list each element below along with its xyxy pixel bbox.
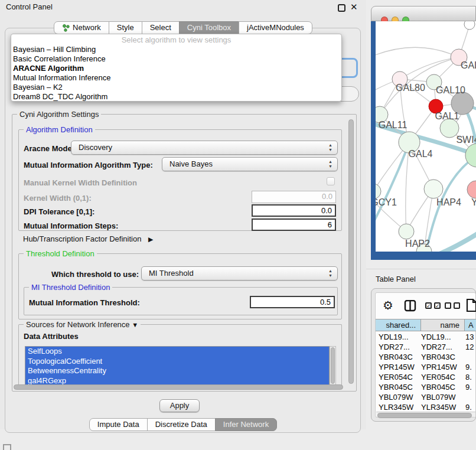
apply-button[interactable]: Apply bbox=[159, 399, 200, 412]
cell: 12 bbox=[465, 343, 474, 351]
float-window-icon[interactable] bbox=[338, 4, 345, 12]
tab-network[interactable]: Network bbox=[54, 21, 109, 34]
group-title: MI Threshold Definition bbox=[29, 283, 112, 292]
hub-definition-toggle[interactable]: Hub/Transcription Factor Definition ▶ bbox=[23, 234, 153, 243]
table-row[interactable]: YPR145W YPR145W 9. bbox=[376, 362, 476, 372]
node-label: Y bbox=[471, 197, 476, 207]
group-title: Threshold Definition bbox=[24, 249, 97, 258]
popup-item[interactable]: Dream8 DC_TDC Algorithm bbox=[11, 92, 341, 102]
attribute-item-selected[interactable]: gal4RGexp bbox=[25, 376, 329, 386]
combo-stepper-icon: ▲▼ bbox=[328, 143, 333, 152]
node-label: HAP4 bbox=[436, 197, 461, 207]
collapsed-arrow-icon: ▶ bbox=[148, 236, 153, 243]
control-panel-titlebar: Control Panel ✕ bbox=[0, 0, 366, 15]
tab-jactivemnodules[interactable]: jActiveMNodules bbox=[239, 21, 312, 34]
checked-columns-icon[interactable]: ✓ ✓ bbox=[425, 302, 441, 309]
popup-placeholder: Select algorithm to view settings bbox=[11, 35, 341, 45]
combo-stepper-icon: ▲▼ bbox=[328, 159, 333, 169]
attributes-scrollbar[interactable] bbox=[330, 346, 336, 385]
network-node-hap2[interactable] bbox=[399, 224, 414, 239]
expanded-arrow-icon: ▼ bbox=[132, 321, 138, 328]
network-node-hap4[interactable] bbox=[424, 180, 443, 198]
checked-box-icon: ✓ bbox=[425, 302, 432, 309]
network-edge[interactable] bbox=[376, 142, 409, 225]
table-row[interactable]: YDL19... YDL19... 13 bbox=[376, 332, 476, 342]
node-label: GAL10 bbox=[436, 85, 465, 95]
popup-item[interactable]: Mutual Information Inference bbox=[11, 73, 341, 83]
column-header-partial[interactable]: A bbox=[464, 319, 476, 331]
which-threshold-label: Which threshold to use: bbox=[51, 270, 139, 279]
tab-discretize-data[interactable]: Discretize Data bbox=[147, 418, 216, 431]
attribute-item-selected[interactable]: TopologicalCoefficient bbox=[25, 357, 329, 367]
dpi-tolerance-field[interactable]: 0.0 bbox=[252, 204, 336, 217]
network-edge[interactable] bbox=[376, 47, 459, 57]
manual-kernel-checkbox[interactable] bbox=[327, 177, 335, 185]
tab-label: Network bbox=[73, 22, 101, 34]
group-title: Cyni Algorithm Settings bbox=[17, 110, 101, 119]
popup-item[interactable]: Bayesian – K2 bbox=[11, 83, 341, 92]
table-row[interactable]: YDR27... YDR27... 12 bbox=[376, 342, 476, 352]
close-icon[interactable]: ✕ bbox=[350, 2, 358, 12]
table-row[interactable]: YER054C YER054C 8. bbox=[376, 372, 476, 382]
window-grip[interactable] bbox=[3, 444, 11, 450]
columns-icon[interactable] bbox=[404, 300, 417, 312]
popup-item[interactable]: Basic Correlation Inference bbox=[11, 54, 341, 64]
tab-select[interactable]: Select bbox=[142, 21, 180, 34]
attribute-item-selected[interactable]: SelfLoops bbox=[25, 347, 329, 357]
settings-horizontal-scrollbar[interactable] bbox=[14, 384, 343, 390]
tab-label: Style bbox=[117, 22, 134, 34]
table-panel-title: Table Panel bbox=[376, 275, 416, 283]
cyni-algorithm-settings-group: Cyni Algorithm Settings Algorithm Defini… bbox=[12, 114, 357, 392]
column-header-shared-name[interactable]: shared... bbox=[376, 319, 420, 331]
cell: YER054C bbox=[421, 373, 455, 381]
algorithm-definition-group: Algorithm Definition Aracne Mode: Discov… bbox=[18, 129, 342, 231]
cell: 9. bbox=[465, 383, 472, 392]
kernel-width-field[interactable]: 0.0 bbox=[252, 191, 336, 203]
top-tab-bar: Network Style Select Cyni Toolbox jActiv… bbox=[0, 21, 366, 34]
mi-threshold-field[interactable]: 0.5 bbox=[250, 296, 335, 308]
manual-kernel-label: Manual Kernel Width Definition bbox=[24, 178, 137, 187]
tab-label: Cyni Toolbox bbox=[187, 22, 231, 34]
column-header-name[interactable]: name bbox=[420, 319, 464, 331]
table-row[interactable]: YBR045C YBR045C 9. bbox=[376, 382, 476, 392]
tab-impute-data[interactable]: Impute Data bbox=[89, 418, 148, 431]
tab-cyni-toolbox[interactable]: Cyni Toolbox bbox=[179, 21, 239, 34]
tab-style[interactable]: Style bbox=[109, 21, 142, 34]
sources-title: Sources for Network Inference bbox=[26, 320, 130, 329]
tab-label: jActiveMNodules bbox=[247, 22, 304, 34]
node-label: GAL11 bbox=[379, 120, 407, 130]
gear-icon[interactable]: ⚙ bbox=[383, 299, 393, 312]
mi-steps-field[interactable]: 6 bbox=[252, 219, 336, 231]
mi-steps-label: Mutual Information Steps: bbox=[24, 221, 118, 230]
network-node[interactable] bbox=[464, 21, 475, 30]
tab-infer-network[interactable]: Infer Network bbox=[215, 418, 277, 431]
which-threshold-combo[interactable]: MI Threshold ▲▼ bbox=[141, 266, 338, 281]
aracne-mode-combo[interactable]: Discovery ▲▼ bbox=[71, 141, 338, 155]
cell: YDL19... bbox=[421, 332, 451, 341]
threshold-definition-group: Threshold Definition Which threshold to … bbox=[18, 253, 342, 319]
document-icon[interactable] bbox=[466, 298, 476, 312]
bottom-tab-bar: Impute Data Discretize Data Infer Networ… bbox=[0, 418, 366, 431]
popup-item-selected[interactable]: ARACNE Algorithm bbox=[11, 64, 341, 73]
unchecked-columns-icon[interactable] bbox=[445, 302, 460, 309]
sources-toggle[interactable]: Sources for Network Inference ▼ bbox=[24, 320, 141, 329]
network-icon bbox=[62, 24, 70, 32]
network-canvas[interactable]: GALGAL80GAL10GAL1GAL11SWI4GAL4GCY1HAP4YH… bbox=[376, 21, 476, 252]
settings-vertical-scrollbar[interactable] bbox=[348, 119, 354, 384]
table-horizontal-scrollbar[interactable] bbox=[376, 412, 475, 417]
tab-label: Select bbox=[150, 22, 171, 34]
tab-label: Infer Network bbox=[223, 419, 269, 431]
tab-label: Discretize Data bbox=[155, 419, 207, 431]
table-row[interactable]: YBR043C YBR043C bbox=[376, 352, 476, 362]
unchecked-box-icon bbox=[454, 302, 460, 309]
attribute-item-selected[interactable]: BetweennessCentrality bbox=[25, 366, 329, 376]
cell: YDL19... bbox=[379, 332, 409, 341]
mi-type-combo[interactable]: Naive Bayes ▲▼ bbox=[162, 157, 338, 171]
network-node[interactable] bbox=[467, 181, 476, 198]
cell: 8. bbox=[465, 373, 472, 381]
popup-item[interactable]: Bayesian – Hill Climbing bbox=[11, 45, 341, 54]
table-row[interactable]: YBL079W YBL079W bbox=[376, 392, 476, 402]
network-window-titlebar[interactable] bbox=[371, 6, 476, 21]
network-edge[interactable] bbox=[439, 230, 476, 252]
cell: YBR043C bbox=[421, 353, 455, 361]
